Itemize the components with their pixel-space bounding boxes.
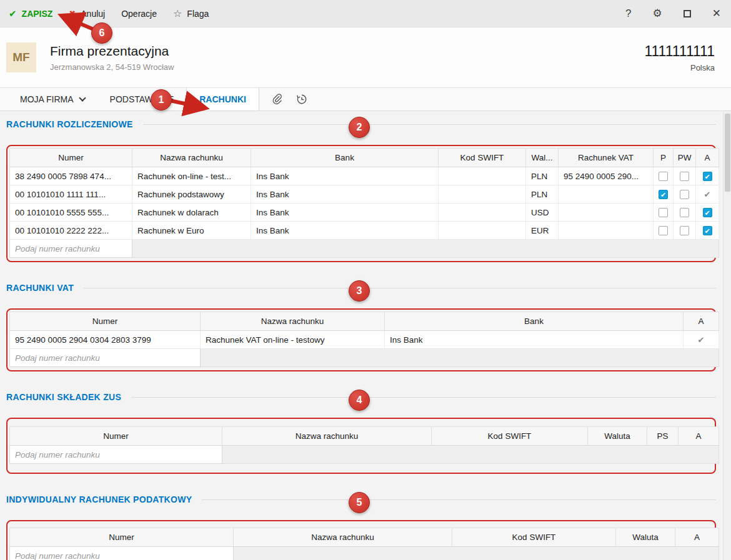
checkbox-cell[interactable] [654,222,674,240]
new-account-number-input[interactable]: Podaj numer rachunku [10,547,234,560]
cell[interactable]: USD [526,204,559,222]
maximize-icon[interactable] [684,10,691,17]
operations-button[interactable]: Operacje [121,9,157,19]
column-header-a[interactable]: A [684,312,719,331]
cell[interactable]: Ins Bank [385,331,684,349]
history-clock-icon[interactable] [296,93,308,106]
checkbox-unchecked[interactable] [680,208,689,217]
column-header-nazwa-rachunku[interactable]: Nazwa rachunku [132,149,251,167]
cell[interactable]: Ins Bank [251,222,439,240]
new-row[interactable]: Podaj numer rachunku [10,446,719,464]
checkbox-cell[interactable] [674,204,696,222]
checkbox-unchecked[interactable] [659,226,668,235]
cell[interactable]: Ins Bank [251,185,439,204]
column-header-rachunek-vat[interactable]: Rachunek VAT [559,149,654,167]
cell[interactable]: 95 2490 0005 2904 0304 2803 3799 [10,331,201,349]
column-header-nazwa-rachunku[interactable]: Nazwa rachunku [222,427,432,446]
cell[interactable] [559,204,654,222]
tab-rachunki[interactable]: RACHUNKI [186,88,259,111]
column-header-nazwa-rachunku[interactable]: Nazwa rachunku [234,528,452,547]
column-header-numer[interactable]: Numer [10,149,132,167]
column-header-kod-swift[interactable]: Kod SWIFT [432,427,588,446]
checkbox-checked[interactable]: ✔ [703,172,712,181]
column-header-a[interactable]: A [679,427,719,446]
cell[interactable]: 95 2490 0005 290... [559,167,654,185]
cell[interactable]: Rachunek on-line - test... [132,167,251,185]
checkbox-cell[interactable] [674,167,696,185]
table-row[interactable]: 95 2490 0005 2904 0304 2803 3799Rachunek… [10,331,719,349]
checkbox-cell[interactable]: ✔ [696,204,719,222]
table-row[interactable]: 00 10101010 2222 222...Rachunek w EuroIn… [10,222,719,240]
cell[interactable] [439,222,526,240]
checkbox-checked[interactable]: ✔ [659,190,668,199]
column-header-numer[interactable]: Numer [10,528,234,547]
cell[interactable]: 00 10101010 1111 111... [10,185,132,204]
checkbox-checked[interactable]: ✔ [703,208,712,217]
column-header-bank[interactable]: Bank [385,312,684,331]
column-header-waluta[interactable]: Waluta [588,427,647,446]
column-header-pw[interactable]: PW [674,149,696,167]
save-button[interactable]: ✔ ZAPISZ [9,9,52,19]
cell[interactable]: Rachunek w dolarach [132,204,251,222]
cell[interactable]: 00 10101010 2222 222... [10,222,132,240]
tab-moja-firma[interactable]: MOJA FIRMA [7,88,97,111]
cell[interactable]: 00 10101010 5555 555... [10,204,132,222]
table-row[interactable]: 00 10101010 1111 111...Rachunek podstawo… [10,185,719,204]
table-row[interactable]: 38 2490 0005 7898 474...Rachunek on-line… [10,167,719,185]
column-header-p[interactable]: P [654,149,674,167]
table-row[interactable]: 00 10101010 5555 555...Rachunek w dolara… [10,204,719,222]
checkbox-unchecked[interactable] [659,208,668,217]
checkbox-unchecked[interactable] [659,172,668,181]
scrollbar-thumb[interactable] [725,114,730,192]
checkbox-cell[interactable] [674,222,696,240]
cell[interactable] [439,185,526,204]
checkbox-cell[interactable]: ✔ [654,185,674,204]
checkbox-cell[interactable]: ✔ [696,222,719,240]
paperclip-icon[interactable] [271,93,283,106]
new-account-number-input[interactable]: Podaj numer rachunku [10,349,201,367]
new-row[interactable]: Podaj numer rachunku [10,547,719,560]
new-account-number-input[interactable]: Podaj numer rachunku [10,446,222,464]
new-row[interactable]: Podaj numer rachunku [10,349,719,367]
new-account-number-input[interactable]: Podaj numer rachunku [10,240,132,258]
checkbox-cell[interactable] [674,185,696,204]
column-header-bank[interactable]: Bank [251,149,439,167]
checkbox-unchecked[interactable] [680,172,689,181]
checkbox-cell[interactable] [654,204,674,222]
vertical-scrollbar[interactable] [723,112,731,560]
cell[interactable]: Ins Bank [251,204,439,222]
tab-podstawowe[interactable]: PODSTAWOWE [97,88,187,111]
column-header-kod-swift[interactable]: Kod SWIFT [452,528,616,547]
help-icon[interactable]: ? [625,8,631,19]
column-header-numer[interactable]: Numer [10,312,201,331]
cell[interactable]: PLN [526,185,559,204]
checkbox-cell[interactable]: ✔ [696,167,719,185]
gear-icon[interactable]: ⚙ [653,8,662,19]
cell[interactable]: PLN [526,167,559,185]
new-row[interactable]: Podaj numer rachunku [10,240,719,258]
cell[interactable] [439,167,526,185]
checkbox-unchecked[interactable] [680,226,689,235]
cell[interactable] [439,204,526,222]
column-header-a[interactable]: A [675,528,719,547]
cell[interactable] [559,222,654,240]
column-header-nazwa-rachunku[interactable]: Nazwa rachunku [201,312,385,331]
column-header-waluta[interactable]: Waluta [616,528,675,547]
checkbox-cell[interactable] [654,167,674,185]
column-header-a[interactable]: A [696,149,719,167]
cell[interactable]: EUR [526,222,559,240]
flag-button[interactable]: ☆ Flaga [173,9,209,19]
cell[interactable] [559,185,654,204]
column-header-wal-[interactable]: Wal... [526,149,559,167]
cell[interactable]: Rachunek podstawowy [132,185,251,204]
checkbox-unchecked[interactable] [680,190,689,199]
cell[interactable]: 38 2490 0005 7898 474... [10,167,132,185]
cell[interactable]: Rachunek VAT on-line - testowy [201,331,385,349]
column-header-numer[interactable]: Numer [10,427,222,446]
cell[interactable]: Rachunek w Euro [132,222,251,240]
cancel-button[interactable]: ✖ Anuluj [69,9,105,19]
cell[interactable]: Ins Bank [251,167,439,185]
column-header-kod-swift[interactable]: Kod SWIFT [439,149,526,167]
checkbox-checked[interactable]: ✔ [703,226,712,235]
column-header-ps[interactable]: PS [647,427,679,446]
